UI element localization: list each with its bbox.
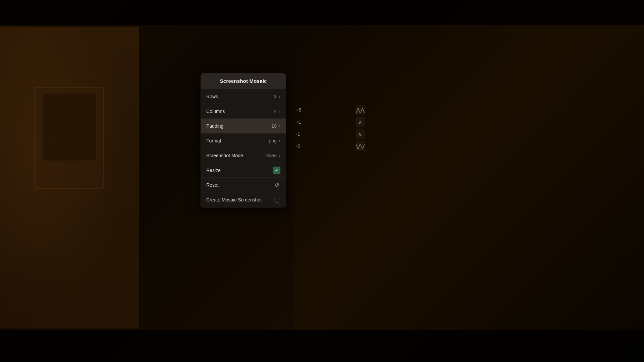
minus5-row: -5 ⋁⋁ [292,140,369,152]
screenshot-mode-label: Screenshot Mode [206,153,243,158]
screenshot-mode-chevron-icon: › [279,153,280,159]
furniture-background [0,27,139,328]
reset-label: Reset [206,182,219,188]
reset-row[interactable]: Reset ↺ [201,178,286,192]
format-row[interactable]: Format png › [201,133,286,148]
plus1-button[interactable]: ∧ [356,117,365,127]
main-panel-container: Screenshot Mosaic Rows 3 › Columns 4 › P… [201,73,286,207]
rows-row[interactable]: Rows 3 › [201,89,286,104]
screenshot-mosaic-panel: Screenshot Mosaic Rows 3 › Columns 4 › P… [201,73,286,207]
reset-right: ↺ [273,181,280,189]
plus5-label: +5 [296,107,301,113]
format-value: png [269,138,276,143]
plus1-label: +1 [296,119,301,125]
minus5-label: -5 [296,143,300,149]
screenshot-mode-row[interactable]: Screenshot Mode video › [201,148,286,163]
create-mosaic-icon: ⬚ [273,196,280,203]
rows-value: 3 [274,94,277,99]
padding-chevron-icon: › [279,123,280,129]
rows-label: Rows [206,94,218,99]
padding-row[interactable]: Padding 10 › [201,119,286,133]
columns-chevron-icon: › [279,108,280,114]
bottom-bar [0,330,644,362]
rows-right: 3 › [274,94,280,100]
resize-right: ✓ [273,167,280,174]
resize-row[interactable]: Resize ✓ [201,163,286,178]
columns-value: 4 [274,109,277,114]
panel-header: Screenshot Mosaic [201,73,286,89]
create-mosaic-label: Create Mosaic Screenshot [206,197,262,202]
top-bar [0,0,644,25]
format-right: png › [269,138,280,144]
numeric-controls-panel: +5 ⋀⋀ +1 ∧ -1 ∨ -5 ⋁⋁ [292,104,369,152]
format-chevron-icon: › [279,138,280,144]
columns-right: 4 › [274,108,280,114]
columns-row[interactable]: Columns 4 › [201,104,286,119]
plus5-button[interactable]: ⋀⋀ [356,105,365,115]
plus1-row: +1 ∧ [292,116,369,128]
minus5-button[interactable]: ⋁⋁ [356,141,365,151]
screenshot-mode-right: video › [265,153,280,159]
minus1-button[interactable]: ∨ [356,129,365,139]
minus1-label: -1 [296,131,300,137]
columns-label: Columns [206,109,225,114]
padding-label: Padding [206,123,223,129]
resize-label: Resize [206,168,221,173]
padding-value: 10 [271,123,277,129]
padding-right: 10 › [271,123,280,129]
minus1-row: -1 ∨ [292,128,369,140]
plus5-row: +5 ⋀⋀ [292,104,369,116]
format-label: Format [206,138,221,143]
create-mosaic-row[interactable]: Create Mosaic Screenshot ⬚ [201,192,286,207]
resize-checkbox-icon[interactable]: ✓ [273,167,280,174]
reset-icon: ↺ [273,181,280,189]
create-mosaic-right: ⬚ [273,196,280,203]
panel-title: Screenshot Mosaic [220,78,267,84]
rows-chevron-icon: › [279,94,280,100]
screenshot-mode-value: video [265,153,276,158]
